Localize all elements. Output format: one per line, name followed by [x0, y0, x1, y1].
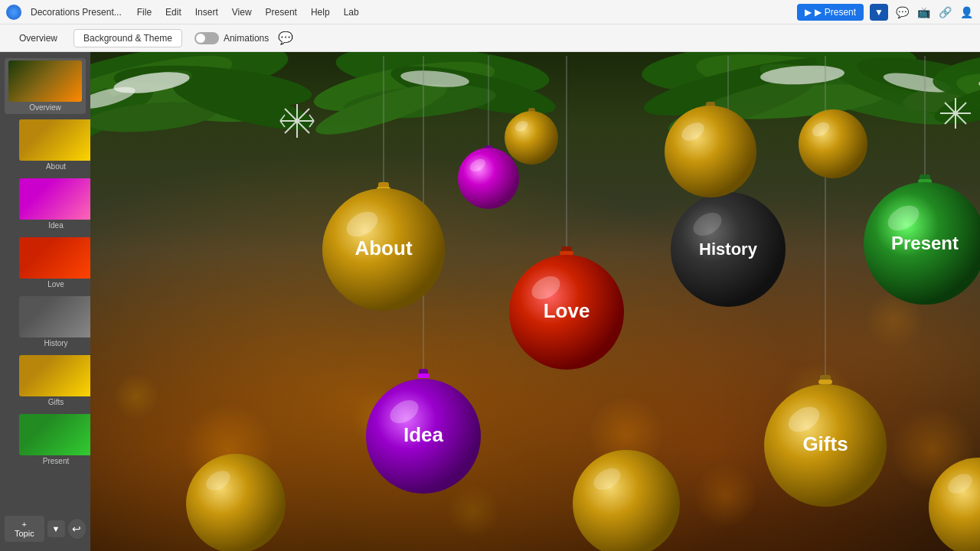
ornament-small-purple: [458, 145, 519, 209]
svg-point-35: [882, 69, 952, 96]
ornament-about: About: [322, 182, 445, 311]
svg-point-7: [113, 373, 159, 419]
svg-line-51: [945, 103, 966, 124]
svg-rect-100: [820, 375, 831, 386]
svg-text:Gifts: Gifts: [802, 432, 848, 455]
svg-point-31: [664, 69, 818, 142]
svg-point-1: [351, 389, 412, 450]
svg-point-64: [342, 207, 382, 242]
svg-point-106: [203, 467, 234, 494]
svg-point-38: [931, 71, 980, 132]
svg-point-18: [90, 83, 137, 113]
slide-row-5: 5 Gifts: [5, 353, 86, 409]
svg-point-87: [513, 119, 530, 133]
slide-thumb-6[interactable]: Present: [17, 412, 90, 468]
account-icon[interactable]: 👤: [959, 5, 974, 20]
slide-label-1: About: [46, 162, 66, 171]
share-icon[interactable]: 🔗: [937, 5, 952, 20]
svg-point-86: [505, 111, 558, 165]
toggle-knob: [196, 34, 205, 43]
animations-toggle[interactable]: [194, 32, 219, 44]
svg-rect-67: [560, 251, 573, 256]
ornament-idea: Idea: [366, 369, 481, 494]
svg-point-26: [693, 52, 942, 122]
slide-label-3: Love: [47, 280, 64, 289]
svg-rect-89: [704, 106, 717, 111]
ornament-history: History: [671, 182, 786, 307]
comment-icon[interactable]: 💬: [894, 5, 910, 20]
svg-point-37: [954, 66, 980, 123]
slide-img-1: [19, 119, 90, 161]
slide-row-6: 6 Present: [5, 412, 86, 468]
animations-label: Animations: [224, 33, 269, 44]
app-title: Decorations Present...: [31, 7, 122, 18]
svg-rect-82: [483, 148, 494, 152]
slide-thumb-2[interactable]: Idea: [17, 176, 90, 232]
svg-line-43: [285, 109, 309, 133]
svg-point-68: [509, 255, 624, 370]
slide-overview[interactable]: Overview: [5, 58, 86, 114]
slide-label-4: History: [44, 339, 67, 347]
svg-point-79: [884, 201, 923, 236]
app-logo: [6, 5, 21, 20]
svg-point-25: [640, 52, 918, 101]
undo-button[interactable]: ↩: [68, 519, 87, 539]
menu-edit[interactable]: Edit: [159, 5, 188, 19]
sidebar-bottom: + Topic ▼ ↩: [5, 513, 86, 545]
tab-background-theme[interactable]: Background & Theme: [74, 29, 182, 47]
animations-toggle-group: Animations: [194, 32, 269, 44]
svg-point-93: [799, 109, 867, 178]
svg-rect-66: [561, 246, 572, 257]
svg-point-109: [929, 458, 980, 551]
svg-point-9: [90, 52, 292, 119]
slide-img-6: [19, 414, 90, 455]
ornament-love: Love: [509, 246, 624, 370]
slide-thumb-3[interactable]: Love: [17, 235, 90, 291]
ornament-large-gold-top-right: [665, 102, 756, 197]
menu-present[interactable]: Present: [260, 5, 303, 19]
svg-point-20: [310, 52, 498, 121]
svg-point-12: [90, 58, 198, 152]
svg-rect-62: [377, 187, 390, 191]
slide-label-5: Gifts: [48, 398, 64, 406]
add-topic-dropdown-button[interactable]: ▼: [47, 520, 65, 537]
slide-background: About Love History: [90, 52, 980, 551]
svg-point-48: [295, 119, 299, 123]
slide-thumb-4[interactable]: History: [17, 294, 90, 350]
menu-insert[interactable]: Insert: [189, 5, 224, 19]
svg-point-91: [678, 119, 707, 144]
toolbar: Overview Background & Theme Animations 💬: [0, 24, 980, 52]
menu-view[interactable]: View: [226, 5, 258, 19]
svg-point-110: [945, 470, 975, 497]
svg-rect-101: [818, 380, 832, 384]
menu-file[interactable]: File: [131, 5, 158, 19]
svg-point-13: [104, 73, 260, 130]
svg-point-16: [169, 72, 318, 139]
slide-img-2: [19, 178, 90, 220]
svg-line-47: [309, 121, 314, 127]
svg-point-102: [764, 384, 887, 507]
tab-overview[interactable]: Overview: [9, 29, 67, 47]
add-topic-button[interactable]: + Topic: [5, 516, 44, 542]
overview-label: Overview: [7, 103, 83, 112]
present-dropdown-button[interactable]: ▼: [870, 4, 888, 21]
menu-lab[interactable]: Lab: [338, 5, 365, 19]
svg-rect-61: [378, 182, 389, 193]
svg-point-24: [400, 68, 469, 90]
svg-point-4: [890, 408, 975, 492]
svg-point-21: [387, 57, 559, 125]
slide-comment-icon[interactable]: 💬: [278, 31, 293, 45]
svg-point-36: [931, 52, 980, 103]
slide-thumb-5[interactable]: Gifts: [17, 353, 90, 409]
present-button[interactable]: ▶ ▶ Present: [797, 4, 864, 21]
menu-help[interactable]: Help: [305, 5, 336, 19]
svg-rect-88: [706, 102, 715, 111]
svg-point-90: [665, 106, 756, 197]
svg-point-69: [528, 272, 564, 305]
svg-point-53: [953, 111, 958, 116]
slide-canvas: About Love History: [90, 52, 980, 551]
slide-panel: Overview 1 About 2 Idea 3 Love: [0, 52, 90, 551]
slide-thumb-1[interactable]: About: [17, 117, 90, 173]
svg-point-34: [760, 64, 844, 86]
cast-icon[interactable]: 📺: [916, 5, 931, 20]
